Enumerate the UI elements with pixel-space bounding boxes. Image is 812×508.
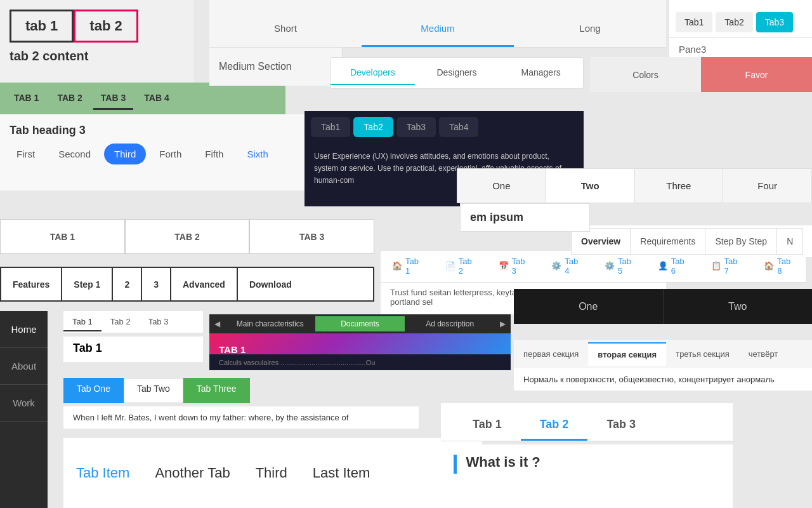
- panel-role-tabs: Developers Designers Managers: [330, 57, 584, 89]
- tab-tretya[interactable]: третья секция: [666, 343, 739, 365]
- top-tab1[interactable]: Tab1: [676, 12, 712, 32]
- panel-russian-tabs: первая секция вторая секция третья секци…: [514, 340, 812, 368]
- tab-pervaya[interactable]: первая секция: [514, 343, 588, 365]
- tab-features[interactable]: Features: [1, 268, 62, 300]
- panel-overview-tabs: Overview Requirements Step By Step N: [571, 225, 812, 257]
- tab1-green[interactable]: TAB 1: [6, 88, 46, 110]
- panel-features-tabs: Features Step 1 2 3 Advanced Download: [0, 267, 374, 302]
- panel8-content: When I left Mr. Bates, I went down to my…: [63, 406, 419, 429]
- dark-tab1[interactable]: Tab1: [311, 117, 350, 137]
- tab4-green[interactable]: TAB 4: [136, 88, 176, 110]
- tab3-small[interactable]: Tab 3: [140, 313, 178, 331]
- next-btn[interactable]: ▶: [495, 319, 511, 328]
- sidebar-item-home[interactable]: Home: [0, 311, 48, 348]
- tab2-blue[interactable]: Tab 2: [521, 410, 588, 441]
- panel-dark-bordered-tabs: tab 1 tab 2 tab 2 content: [0, 0, 193, 92]
- panel-sml-tabs: Short Medium Long: [209, 0, 666, 48]
- tab-vtoraya[interactable]: вторая секция: [588, 342, 666, 366]
- tab-managers[interactable]: Managers: [499, 61, 583, 85]
- sidebar-item-work[interactable]: Work: [0, 385, 48, 422]
- tab-one-green[interactable]: Tab One: [63, 378, 124, 403]
- tab-another[interactable]: Another Tab: [155, 465, 230, 481]
- tab-second[interactable]: Second: [48, 144, 101, 164]
- dark-tab3[interactable]: Tab3: [396, 117, 436, 137]
- list-icon: 📋: [711, 261, 721, 271]
- sidebar-item-about[interactable]: About: [0, 348, 48, 385]
- panel-colors-fav: Colors Favor: [590, 57, 812, 92]
- tab-forth[interactable]: Forth: [149, 144, 192, 164]
- tab-three[interactable]: Three: [635, 169, 724, 203]
- panel-bordered-tabs: TAB 1 TAB 2 TAB 3: [0, 219, 374, 254]
- tab-requirements[interactable]: Requirements: [630, 228, 705, 255]
- top-tab2[interactable]: Tab2: [716, 12, 752, 32]
- tab-stepbystep[interactable]: Step By Step: [705, 228, 777, 255]
- tab-sixth[interactable]: Sixth: [237, 144, 278, 164]
- tab-2[interactable]: 2: [113, 268, 142, 300]
- tab-n[interactable]: N: [776, 228, 803, 255]
- tab3-bordered[interactable]: TAB 3: [249, 219, 374, 254]
- tab-one-dark[interactable]: One: [514, 289, 664, 324]
- panel-dark-tabs: Tab1 Tab2 Tab3 Tab4: [304, 111, 584, 143]
- dark-tab2[interactable]: Tab2: [353, 117, 393, 137]
- tab2-small[interactable]: Tab 2: [102, 313, 140, 331]
- tab-four[interactable]: Four: [723, 169, 811, 203]
- russian-content: Нормаль к поверхности, общеизвестно, кон…: [514, 368, 812, 391]
- icon-tab2[interactable]: 📄 Tab 2: [434, 249, 487, 284]
- tab1-bordered[interactable]: TAB 1: [0, 219, 125, 254]
- tab2-green[interactable]: TAB 2: [49, 88, 89, 110]
- tab3-blue[interactable]: Tab 3: [587, 410, 655, 441]
- panel-heading3: Tab heading 3 First Second Third Forth F…: [0, 114, 304, 190]
- tab-last[interactable]: Last Item: [313, 465, 370, 481]
- tab-two-green[interactable]: Tab Two: [124, 378, 183, 403]
- tab-two-dark[interactable]: Two: [664, 289, 813, 324]
- tab-step1[interactable]: Step 1: [62, 268, 113, 300]
- tab-advanced[interactable]: Advanced: [171, 268, 238, 300]
- accent-bar: [454, 455, 457, 474]
- tab-colors[interactable]: Colors: [590, 57, 701, 92]
- tab-short[interactable]: Short: [209, 11, 362, 47]
- tab-three-green[interactable]: Tab Three: [183, 378, 250, 403]
- cal-icon: 📅: [499, 261, 509, 271]
- tab-fifth[interactable]: Fifth: [195, 144, 233, 164]
- tab-overview[interactable]: Overview: [571, 228, 631, 255]
- tab-documents[interactable]: Documents: [315, 316, 405, 331]
- tab-chetvyort[interactable]: четвёрт: [739, 343, 788, 365]
- medium-section-label: Medium Section: [209, 48, 343, 86]
- tab-long[interactable]: Long: [514, 11, 666, 47]
- tab-one[interactable]: One: [457, 169, 546, 203]
- panel-main-char: ◀ Main characteristics Documents Ad desc…: [209, 314, 511, 333]
- calculs-content: Calculs vasculaires ....................…: [209, 354, 511, 370]
- tab-first[interactable]: First: [6, 144, 45, 164]
- tab1-btn[interactable]: tab 1: [10, 10, 74, 43]
- tab1-small-heading: Tab 1: [63, 337, 203, 362]
- tab1-small[interactable]: Tab 1: [63, 313, 102, 331]
- what-is-it-text: What is it ?: [466, 454, 540, 470]
- tab-heading-3: Tab heading 3: [0, 114, 304, 144]
- panel-top-right-tabs: Tab1 Tab2 Tab3: [669, 0, 812, 38]
- tab3-green[interactable]: TAB 3: [93, 88, 133, 110]
- tab-download[interactable]: Download: [238, 268, 303, 300]
- icon-tab3[interactable]: 📅 Tab 3: [487, 249, 540, 284]
- doc-icon: 📄: [445, 261, 455, 271]
- top-tab3[interactable]: Tab3: [756, 12, 793, 32]
- icon-tab1[interactable]: 🏠 Tab 1: [381, 249, 434, 284]
- tab-developers[interactable]: Developers: [331, 61, 415, 85]
- prev-btn[interactable]: ◀: [209, 319, 225, 328]
- sidebar-nav: Home About Work: [0, 311, 48, 508]
- tab-designers[interactable]: Designers: [415, 61, 499, 85]
- tab-favorites[interactable]: Favor: [701, 57, 812, 92]
- tab-main-char[interactable]: Main characteristics: [225, 316, 315, 331]
- home-icon: 🏠: [392, 261, 402, 271]
- panel-small-tabs: Tab 1 Tab 2 Tab 3: [63, 311, 203, 333]
- tab-third[interactable]: Third: [104, 144, 146, 164]
- tab-third[interactable]: Third: [256, 465, 287, 481]
- tab-medium[interactable]: Medium: [362, 11, 514, 47]
- tab-ad-desc[interactable]: Ad description: [405, 316, 495, 331]
- dark-tab4[interactable]: Tab4: [439, 117, 478, 137]
- tab-item[interactable]: Tab Item: [76, 465, 129, 481]
- tab-two[interactable]: Two: [546, 169, 635, 203]
- tab2-btn[interactable]: tab 2: [74, 10, 138, 43]
- tab-3[interactable]: 3: [142, 268, 171, 300]
- tab2-bordered[interactable]: TAB 2: [125, 219, 250, 254]
- tab1-blue[interactable]: Tab 1: [454, 410, 521, 441]
